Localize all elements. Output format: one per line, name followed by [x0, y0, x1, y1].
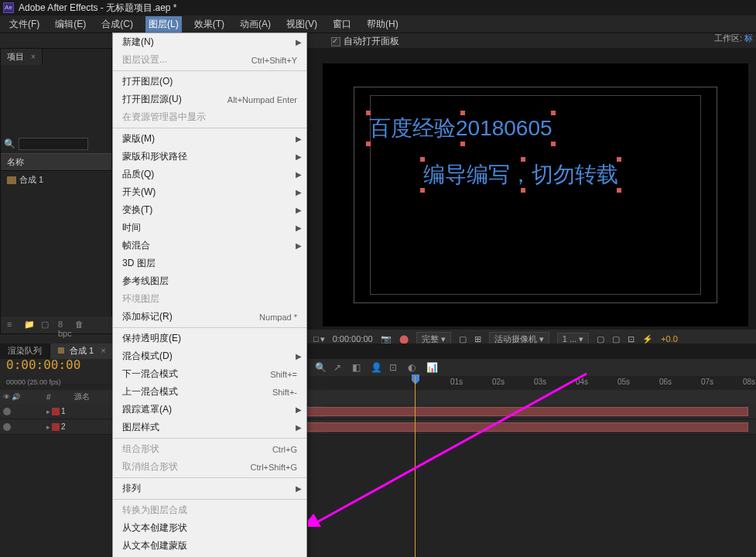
- new-comp-icon[interactable]: ▢: [41, 320, 52, 330]
- viewer-icon-1[interactable]: ▢: [597, 334, 604, 344]
- selection-handle[interactable]: [617, 157, 621, 162]
- menu-arrange[interactable]: 排列▶: [113, 480, 306, 497]
- viewer-canvas[interactable]: 百度经验20180605 编导编写，切勿转载: [323, 63, 748, 326]
- menu-layer-styles[interactable]: 图层样式▶: [113, 419, 306, 436]
- menu-frame-blending[interactable]: 帧混合▶: [113, 237, 306, 255]
- grid-icon[interactable]: ⊞: [474, 334, 481, 344]
- comp-flowchart-icon[interactable]: ↗: [334, 362, 344, 373]
- selection-handle[interactable]: [420, 157, 425, 162]
- interpret-icon[interactable]: ≡: [7, 320, 18, 330]
- auto-open-panel-toggle[interactable]: 自动打开面板: [331, 35, 399, 48]
- menu-quality[interactable]: 品质(Q)▶: [113, 166, 306, 183]
- text-layer-2[interactable]: 编导编写，切勿转载: [423, 160, 618, 190]
- time-ruler[interactable]: 01s 02s 03s 04s 05s 06s 07s 08s: [327, 376, 756, 390]
- selection-handle[interactable]: [551, 142, 556, 146]
- text-layer-1[interactable]: 百度经验20180605: [369, 114, 552, 143]
- twirl-icon[interactable]: ▸: [46, 423, 50, 431]
- menu-next-blending[interactable]: 下一混合模式Shift+=: [113, 365, 306, 383]
- viewer-icon-2[interactable]: ▢: [612, 334, 620, 344]
- menu-3d-layer[interactable]: 3D 图层: [113, 255, 306, 272]
- menu-create-shapes-text[interactable]: 从文本创建形状: [113, 519, 306, 537]
- menu-preserve-transparency[interactable]: 保持透明度(E): [113, 330, 306, 347]
- menu-new[interactable]: 新建(N)▶: [113, 33, 306, 51]
- viewer-icon-3[interactable]: ⊡: [628, 334, 635, 344]
- chevron-right-icon: ▶: [296, 152, 302, 161]
- menu-create-masks-text[interactable]: 从文本创建蒙版: [113, 537, 306, 555]
- menu-mask[interactable]: 蒙版(M)▶: [113, 130, 306, 148]
- project-footer: ≡ 📁 ▢ 8 bpc 🗑: [1, 316, 113, 333]
- playhead-icon[interactable]: [410, 374, 421, 385]
- exposure-value[interactable]: +0.0: [661, 334, 678, 343]
- layer-color-swatch[interactable]: [52, 423, 60, 431]
- menu-file[interactable]: 文件(F): [6, 16, 43, 32]
- menu-effect[interactable]: 效果(T): [191, 16, 227, 32]
- project-tab[interactable]: 项目 ×: [1, 49, 43, 65]
- menu-mask-shape-path[interactable]: 蒙版和形状路径▶: [113, 148, 306, 166]
- layer-duration-bar[interactable]: [297, 405, 756, 418]
- delete-icon[interactable]: 🗑: [75, 320, 86, 330]
- search-input[interactable]: [19, 138, 88, 150]
- selection-handle[interactable]: [460, 111, 465, 115]
- search-icon[interactable]: 🔍: [315, 362, 326, 373]
- zoom-dropdown[interactable]: □ ▾: [313, 334, 325, 344]
- visibility-toggle[interactable]: [3, 423, 11, 431]
- name-column-header[interactable]: 名称: [1, 153, 111, 171]
- current-time-indicator[interactable]: [415, 376, 416, 557]
- layer-dropdown-menu: 新建(N)▶ 图层设置...Ctrl+Shift+Y 打开图层(O) 打开图层源…: [112, 32, 307, 557]
- project-tab-label: 项目: [7, 52, 24, 61]
- ruler-tick: 03s: [534, 378, 546, 386]
- motion-blur-icon[interactable]: ◐: [408, 362, 419, 373]
- channel-icon[interactable]: ⬤: [399, 334, 409, 344]
- menu-window[interactable]: 窗口: [330, 16, 354, 32]
- menu-blending-mode[interactable]: 混合模式(D)▶: [113, 347, 306, 365]
- title-bar: Ae Adobe After Effects - 无标题项目.aep *: [0, 0, 756, 15]
- selection-handle[interactable]: [521, 157, 525, 162]
- frame-rate-label: 00000 (25.00 fps): [6, 378, 61, 386]
- close-icon[interactable]: ×: [101, 346, 105, 355]
- snapshot-icon[interactable]: 📷: [381, 334, 392, 344]
- source-name-header[interactable]: 源名: [74, 391, 111, 402]
- ruler-tick: 01s: [450, 378, 463, 386]
- roi-icon[interactable]: ▢: [459, 334, 467, 344]
- chevron-right-icon: ▶: [296, 241, 302, 250]
- fast-preview-icon[interactable]: ⚡: [642, 334, 653, 344]
- close-icon[interactable]: ×: [31, 53, 36, 61]
- frame-blend-icon[interactable]: ⊡: [389, 362, 400, 373]
- menu-transform[interactable]: 变换(T)▶: [113, 201, 306, 219]
- menu-open-layer[interactable]: 打开图层(O): [113, 73, 306, 91]
- current-timecode[interactable]: 0:00:00:00: [6, 357, 80, 372]
- shy-icon[interactable]: 👤: [371, 362, 381, 373]
- selection-handle[interactable]: [551, 111, 556, 115]
- selection-handle[interactable]: [521, 188, 525, 193]
- menu-view[interactable]: 视图(V): [283, 16, 320, 32]
- selection-handle[interactable]: [617, 188, 621, 193]
- graph-editor-icon[interactable]: 📊: [426, 362, 437, 373]
- menu-prev-blending[interactable]: 上一混合模式Shift+-: [113, 383, 306, 401]
- timecode-display[interactable]: 0:00:00:00: [333, 334, 373, 343]
- menu-time[interactable]: 时间▶: [113, 219, 306, 237]
- menu-edit[interactable]: 编辑(E): [52, 16, 89, 32]
- visibility-toggle[interactable]: [3, 408, 11, 415]
- selection-handle[interactable]: [366, 142, 371, 146]
- workspace-selector[interactable]: 工作区: 标: [714, 32, 753, 44]
- layer-duration-bar[interactable]: [297, 421, 756, 433]
- selection-handle[interactable]: [366, 111, 371, 115]
- project-item-comp[interactable]: 合成 1: [1, 171, 111, 189]
- menu-guide-layer[interactable]: 参考线图层: [113, 272, 306, 290]
- menu-layer[interactable]: 图层(L): [145, 16, 182, 32]
- menu-switches[interactable]: 开关(W)▶: [113, 183, 306, 201]
- selection-handle[interactable]: [460, 142, 465, 146]
- menu-track-matte[interactable]: 跟踪遮罩(A)▶: [113, 401, 306, 419]
- layer-color-swatch[interactable]: [52, 408, 60, 415]
- menu-add-marker[interactable]: 添加标记(R)Numpad *: [113, 308, 306, 326]
- menu-composition[interactable]: 合成(C): [98, 16, 136, 32]
- selection-handle[interactable]: [420, 188, 425, 193]
- new-folder-icon[interactable]: 📁: [24, 320, 35, 330]
- menu-help[interactable]: 帮助(H): [364, 16, 402, 32]
- menu-open-layer-source[interactable]: 打开图层源(U)Alt+Numpad Enter: [113, 91, 306, 108]
- draft-3d-icon[interactable]: ◧: [352, 362, 363, 373]
- menu-animation[interactable]: 动画(A): [237, 16, 274, 32]
- bpc-label[interactable]: 8 bpc: [58, 320, 69, 330]
- twirl-icon[interactable]: ▸: [46, 408, 50, 415]
- menu-environment-layer: 环境图层: [113, 290, 306, 308]
